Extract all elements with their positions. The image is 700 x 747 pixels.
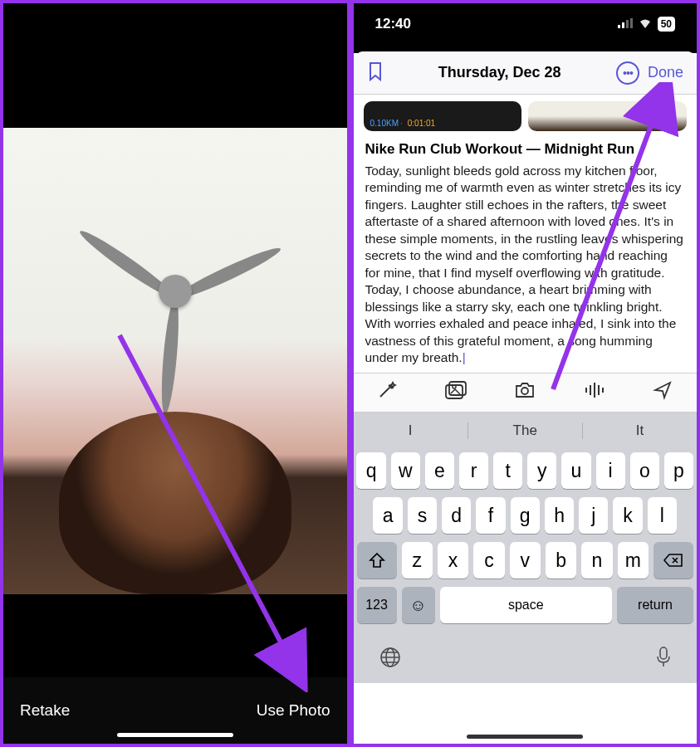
- camera-icon[interactable]: [514, 381, 536, 404]
- more-icon[interactable]: •••: [616, 61, 639, 85]
- svg-point-8: [521, 388, 528, 394]
- attachment-distance: 0.10KM: [370, 119, 399, 128]
- key-s[interactable]: s: [408, 497, 437, 534]
- journal-edit-screen: 12:40 50 Thursday, Dec 28 ••• Done 0.10K: [354, 3, 698, 744]
- key-o[interactable]: o: [630, 452, 659, 489]
- numbers-key[interactable]: 123: [357, 587, 397, 623]
- camera-bottom-spacer: [3, 594, 347, 677]
- key-z[interactable]: z: [402, 542, 433, 579]
- svg-rect-1: [618, 25, 620, 28]
- key-row-4: 123 ☺ space return: [357, 587, 694, 623]
- bookmark-icon[interactable]: [367, 61, 384, 85]
- attachment-image[interactable]: [528, 101, 687, 131]
- key-x[interactable]: x: [438, 542, 468, 579]
- sheet-header: Thursday, Dec 28 ••• Done: [354, 51, 698, 95]
- home-indicator[interactable]: [467, 735, 583, 739]
- svg-rect-3: [626, 20, 629, 28]
- svg-rect-4: [630, 18, 633, 28]
- key-i[interactable]: i: [596, 452, 625, 489]
- attachment-time: 0:01:01: [408, 119, 435, 128]
- svg-rect-5: [446, 385, 463, 398]
- retake-button[interactable]: Retake: [20, 701, 70, 720]
- key-c[interactable]: c: [473, 542, 504, 579]
- mic-icon[interactable]: [655, 646, 672, 675]
- key-u[interactable]: u: [561, 452, 590, 489]
- entry-body[interactable]: Today, sunlight bleeds gold across my ki…: [365, 163, 686, 366]
- home-indicator[interactable]: [117, 733, 233, 737]
- editor-sheet: Thursday, Dec 28 ••• Done 0.10KM · 0:01:…: [354, 51, 698, 744]
- cellular-icon: [618, 16, 633, 32]
- camera-top-bar: [3, 3, 347, 128]
- attachment-workout[interactable]: 0.10KM · 0:01:01: [364, 101, 522, 131]
- key-k[interactable]: k: [613, 497, 642, 534]
- status-time: 12:40: [375, 16, 411, 32]
- svg-rect-19: [660, 647, 667, 659]
- attachments-row: 0.10KM · 0:01:01: [354, 95, 698, 138]
- key-p[interactable]: p: [664, 452, 693, 489]
- key-d[interactable]: d: [442, 497, 471, 534]
- key-e[interactable]: e: [425, 452, 454, 489]
- camera-preview-screen: Retake Use Photo: [3, 3, 347, 744]
- done-button[interactable]: Done: [648, 64, 683, 81]
- wifi-icon: [638, 16, 653, 32]
- entry-title: Nike Run Club Workout — Midnight Run: [365, 141, 686, 158]
- emoji-key[interactable]: ☺: [402, 587, 435, 623]
- globe-icon[interactable]: [379, 646, 402, 675]
- key-m[interactable]: m: [618, 542, 649, 579]
- magic-icon[interactable]: [377, 380, 397, 405]
- captured-photo: [3, 128, 347, 594]
- key-n[interactable]: n: [581, 542, 612, 579]
- use-photo-button[interactable]: Use Photo: [257, 701, 330, 720]
- sheet-date-title: Thursday, Dec 28: [438, 64, 561, 81]
- key-g[interactable]: g: [511, 497, 540, 534]
- battery-icon: 50: [658, 17, 675, 32]
- key-a[interactable]: a: [373, 497, 402, 534]
- status-bar: 12:40 50: [354, 3, 698, 45]
- prediction-0[interactable]: I: [354, 422, 468, 439]
- key-v[interactable]: v: [510, 542, 541, 579]
- shift-key[interactable]: [357, 542, 397, 579]
- key-q[interactable]: q: [356, 452, 385, 489]
- entry-content[interactable]: Nike Run Club Workout — Midnight Run Tod…: [354, 138, 698, 373]
- prediction-1[interactable]: The: [468, 422, 583, 439]
- svg-rect-2: [622, 22, 624, 28]
- key-l[interactable]: l: [648, 497, 677, 534]
- audio-icon[interactable]: [584, 381, 605, 404]
- key-row-1: q w e r t y u i o p: [357, 452, 694, 489]
- keyboard-bottom: [354, 637, 698, 683]
- key-row-2: a s d f g h j k l: [357, 497, 694, 534]
- key-f[interactable]: f: [476, 497, 505, 534]
- key-r[interactable]: r: [459, 452, 488, 489]
- backspace-key[interactable]: [653, 542, 693, 579]
- svg-point-7: [453, 385, 456, 388]
- key-j[interactable]: j: [579, 497, 608, 534]
- gallery-icon[interactable]: [445, 381, 467, 404]
- space-key[interactable]: space: [440, 587, 613, 623]
- keyboard: I The It q w e r t y u i o p a: [354, 413, 698, 683]
- return-key[interactable]: return: [617, 587, 693, 623]
- editor-toolbar: [354, 373, 698, 413]
- prediction-2[interactable]: It: [583, 422, 697, 439]
- key-t[interactable]: t: [493, 452, 522, 489]
- location-icon[interactable]: [653, 380, 673, 405]
- key-h[interactable]: h: [545, 497, 574, 534]
- key-w[interactable]: w: [391, 452, 420, 489]
- key-b[interactable]: b: [546, 542, 576, 579]
- key-row-3: z x c v b n m: [357, 542, 694, 579]
- predictions-bar: I The It: [354, 413, 698, 449]
- key-y[interactable]: y: [527, 452, 556, 489]
